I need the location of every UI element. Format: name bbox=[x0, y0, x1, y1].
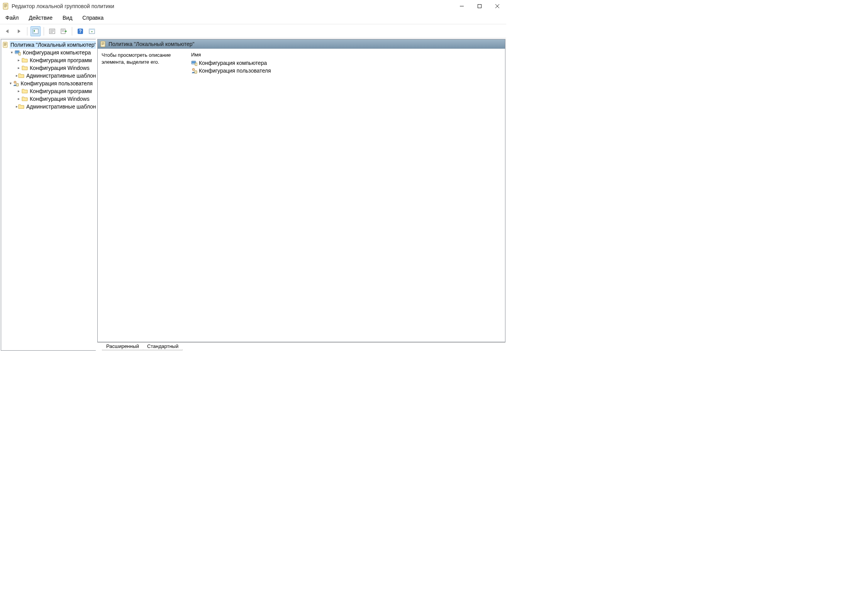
folder-icon bbox=[22, 96, 28, 102]
toolbar-console-tree-button[interactable] bbox=[31, 26, 41, 36]
column-header-name[interactable]: Имя bbox=[190, 52, 501, 59]
arrow-left-icon bbox=[4, 28, 10, 34]
toolbar bbox=[0, 24, 506, 38]
policy-doc-icon bbox=[2, 42, 8, 48]
tree-label: Административные шаблоны bbox=[25, 103, 96, 110]
user-config-icon bbox=[191, 68, 197, 74]
toolbar-forward-button[interactable] bbox=[14, 26, 24, 36]
tab-extended[interactable]: Расширенный bbox=[102, 343, 143, 350]
maximize-button[interactable] bbox=[471, 0, 488, 12]
content-pane: Политика "Локальный компьютер" Чтобы про… bbox=[97, 39, 505, 351]
description-column: Чтобы просмотреть описание элемента, выд… bbox=[102, 52, 183, 339]
tabstrip: Расширенный Стандартный bbox=[97, 342, 505, 351]
properties-icon bbox=[49, 28, 55, 34]
folder-icon bbox=[22, 88, 28, 94]
tree-label: Административные шаблоны bbox=[25, 72, 96, 80]
toolbar-show-hide-button[interactable] bbox=[87, 26, 97, 36]
show-hide-icon bbox=[89, 28, 95, 34]
tree-label: Конфигурация компьютера bbox=[22, 49, 92, 56]
tree-label: Политика "Локальный компьютер" bbox=[10, 41, 96, 49]
content-header-title: Политика "Локальный компьютер" bbox=[108, 41, 195, 47]
policy-doc-icon bbox=[100, 41, 106, 47]
toolbar-separator bbox=[72, 27, 72, 36]
tree-item-software-settings[interactable]: ▸ Конфигурация программ bbox=[16, 56, 95, 64]
tree-label: Конфигурация Windows bbox=[29, 64, 90, 72]
minimize-button[interactable] bbox=[453, 0, 471, 12]
detail-pane-icon bbox=[32, 28, 39, 34]
export-list-icon bbox=[61, 28, 67, 34]
computer-config-icon bbox=[15, 49, 21, 56]
tree-toggle-collapsed[interactable]: ▸ bbox=[16, 103, 18, 110]
folder-icon bbox=[22, 57, 28, 63]
tree-item-computer-config[interactable]: ▾ Конфигурация компьютера bbox=[9, 49, 95, 56]
tree-label: Конфигурация программ bbox=[29, 56, 93, 64]
tree-toggle-collapsed[interactable]: ▸ bbox=[16, 87, 21, 95]
arrow-right-icon bbox=[16, 28, 22, 34]
tree-toggle-collapsed[interactable]: ▸ bbox=[16, 64, 21, 72]
list-item-computer-config[interactable]: Конфигурация компьютера bbox=[190, 59, 501, 67]
folder-icon bbox=[18, 73, 24, 79]
tree-pane[interactable]: Политика "Локальный компьютер" ▾ Конфигу… bbox=[1, 39, 96, 351]
tree-label: Конфигурация Windows bbox=[29, 95, 90, 103]
tree-toggle-collapsed[interactable]: ▸ bbox=[16, 95, 21, 103]
tree-label: Конфигурация программ bbox=[29, 87, 93, 95]
tree-root: Политика "Локальный компьютер" ▾ Конфигу… bbox=[2, 41, 95, 110]
toolbar-separator bbox=[27, 27, 27, 36]
computer-config-icon bbox=[191, 60, 197, 66]
tree-toggle-expanded[interactable]: ▾ bbox=[9, 49, 14, 56]
list-item-label: Конфигурация пользователя bbox=[199, 68, 271, 74]
description-text: Чтобы просмотреть описание элемента, выд… bbox=[102, 52, 183, 65]
tree-toggle-expanded[interactable]: ▾ bbox=[9, 80, 12, 87]
list-item-label: Конфигурация компьютера bbox=[199, 60, 267, 66]
svg-rect-26 bbox=[478, 5, 481, 8]
window-title: Редактор локальной групповой политики bbox=[12, 3, 453, 9]
toolbar-help-button[interactable] bbox=[75, 26, 85, 36]
tab-standard[interactable]: Стандартный bbox=[143, 343, 183, 350]
tree-toggle-collapsed[interactable]: ▸ bbox=[16, 72, 18, 80]
toolbar-back-button[interactable] bbox=[2, 26, 12, 36]
tree-item-user-config[interactable]: ▾ Конфигурация пользователя bbox=[9, 80, 95, 87]
workspace: Политика "Локальный компьютер" ▾ Конфигу… bbox=[0, 38, 506, 351]
user-config-icon bbox=[13, 80, 19, 87]
tree-item-root[interactable]: Политика "Локальный компьютер" bbox=[2, 41, 95, 49]
menu-action[interactable]: Действие bbox=[27, 14, 54, 22]
folder-icon bbox=[18, 103, 24, 110]
menu-view[interactable]: Вид bbox=[61, 14, 74, 22]
tree-item-user-software-settings[interactable]: ▸ Конфигурация программ bbox=[16, 87, 95, 95]
menubar: Файл Действие Вид Справка bbox=[0, 12, 506, 24]
tree-toggle-collapsed[interactable]: ▸ bbox=[16, 56, 21, 64]
menu-help[interactable]: Справка bbox=[81, 14, 105, 22]
tree-item-admin-templates[interactable]: ▸ Административные шаблоны bbox=[16, 72, 95, 80]
tree-item-user-windows-settings[interactable]: ▸ Конфигурация Windows bbox=[16, 95, 95, 103]
tree-item-user-admin-templates[interactable]: ▸ Административные шаблоны bbox=[16, 103, 95, 110]
close-button[interactable] bbox=[488, 0, 506, 12]
folder-icon bbox=[22, 65, 28, 71]
titlebar: Редактор локальной групповой политики bbox=[0, 0, 506, 12]
menu-file[interactable]: Файл bbox=[4, 14, 20, 22]
list-item-user-config[interactable]: Конфигурация пользователя bbox=[190, 67, 501, 75]
app-icon bbox=[2, 3, 9, 10]
toolbar-separator bbox=[44, 27, 44, 36]
toolbar-properties-button[interactable] bbox=[47, 26, 57, 36]
help-icon bbox=[77, 28, 83, 34]
list-column: Имя Конфигурация компьютера Конфигурация… bbox=[190, 52, 501, 339]
tree-item-windows-settings[interactable]: ▸ Конфигурация Windows bbox=[16, 64, 95, 72]
content-header: Политика "Локальный компьютер" bbox=[98, 39, 505, 49]
toolbar-export-list-button[interactable] bbox=[59, 26, 69, 36]
tree-label: Конфигурация пользователя bbox=[20, 80, 94, 87]
